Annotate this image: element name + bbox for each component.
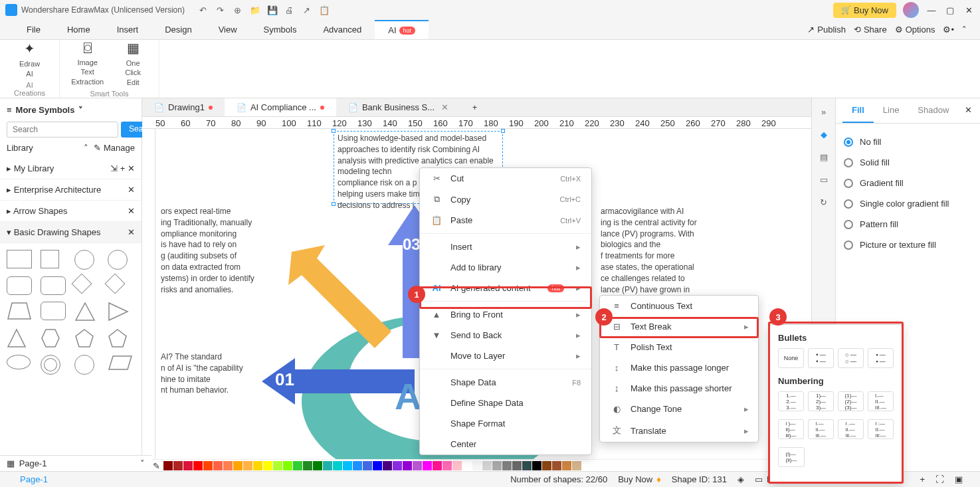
notifications-icon[interactable]: ⚙• xyxy=(943,25,954,35)
fill-nofill[interactable]: No fill xyxy=(844,132,972,152)
color-swatch[interactable] xyxy=(203,461,213,470)
color-swatch[interactable] xyxy=(512,461,522,470)
fill-single-gradient[interactable]: Single color gradient fill xyxy=(844,193,972,214)
color-swatch[interactable] xyxy=(462,461,472,470)
library-label[interactable]: Library xyxy=(7,143,33,153)
more-symbols-header[interactable]: ≡ More Symbols ˅ xyxy=(0,98,142,122)
circle-shape[interactable] xyxy=(74,250,94,270)
export-icon[interactable]: ↗ xyxy=(302,5,312,15)
color-swatch[interactable] xyxy=(403,461,412,470)
present-rail-icon[interactable]: ▭ xyxy=(817,173,831,186)
sub-polish-text[interactable]: TPolish Text xyxy=(600,337,759,357)
color-swatch[interactable] xyxy=(263,461,272,470)
circle-shape[interactable] xyxy=(108,250,128,270)
fill-solid[interactable]: Solid fill xyxy=(844,152,972,173)
color-swatch[interactable] xyxy=(273,461,282,470)
trapezoid-shape[interactable] xyxy=(7,302,32,320)
color-swatch[interactable] xyxy=(363,461,372,470)
footer-page-label[interactable]: Page-1 xyxy=(19,458,47,468)
ctx-define-shape-data[interactable]: Define Shape Data xyxy=(420,393,591,413)
ctx-shape-data[interactable]: Shape DataF8 xyxy=(420,372,591,393)
color-swatch[interactable] xyxy=(552,461,561,470)
pentagon-shape[interactable] xyxy=(74,328,94,348)
menu-advanced[interactable]: Advanced xyxy=(310,20,375,39)
new-icon[interactable]: ⊕ xyxy=(233,5,243,15)
triangle-shape[interactable] xyxy=(7,328,27,348)
expand-rail-icon[interactable]: » xyxy=(817,105,831,118)
menu-view[interactable]: View xyxy=(205,20,250,39)
menu-design[interactable]: Design xyxy=(151,20,205,39)
tab-bank-business[interactable]: 📄 Bank Business S... ✕ xyxy=(336,98,460,116)
color-swatch[interactable] xyxy=(183,461,193,470)
triangle-shape[interactable] xyxy=(108,302,129,322)
close-icon[interactable]: ✕ xyxy=(128,227,135,237)
color-swatch[interactable] xyxy=(433,461,442,470)
ctx-move-layer[interactable]: Move to Layer▸ xyxy=(420,345,591,366)
ellipse-shape[interactable] xyxy=(7,355,31,369)
tab-ai-compliance[interactable]: 📄 AI Compliance ... xyxy=(225,98,336,116)
color-swatch[interactable] xyxy=(572,461,581,470)
add-icon[interactable]: + xyxy=(120,163,126,173)
import-icon[interactable]: ⇲ xyxy=(110,163,118,173)
search-input[interactable] xyxy=(7,122,118,138)
color-swatch[interactable] xyxy=(423,461,432,470)
edraw-ai-icon[interactable]: ✦ xyxy=(24,41,35,56)
publish-link[interactable]: ↗ Publish xyxy=(807,25,846,35)
text-left2[interactable]: AI? The standard n of AI is "the capabil… xyxy=(161,351,267,396)
status-page[interactable]: Page-1 xyxy=(20,474,48,484)
save-icon[interactable]: 💾 xyxy=(267,5,278,15)
rounded-rect-shape[interactable] xyxy=(41,276,66,295)
props-tab-fill[interactable]: Fill xyxy=(842,98,874,123)
rounded-rect-shape[interactable] xyxy=(7,276,32,295)
paste-icon[interactable]: 📋 xyxy=(319,5,330,15)
props-close-icon[interactable]: ✕ xyxy=(958,98,979,123)
parallelogram-shape[interactable] xyxy=(108,355,133,371)
ctx-copy[interactable]: ⧉CopyCtrl+C xyxy=(420,189,591,210)
color-swatch[interactable] xyxy=(393,461,402,470)
layers-icon[interactable]: ◈ xyxy=(737,474,744,484)
arrow-shapes-section[interactable]: ▸ Arrow Shapes ✕ xyxy=(0,201,142,222)
color-swatch[interactable] xyxy=(173,461,183,470)
ctx-center[interactable]: Center xyxy=(420,434,591,454)
buy-now-button[interactable]: 🛒 Buy Now xyxy=(833,3,896,18)
color-swatch[interactable] xyxy=(482,461,492,470)
fill-rail-icon[interactable]: ◆ xyxy=(817,128,831,141)
color-swatch[interactable] xyxy=(283,461,292,470)
sub-change-tone[interactable]: ◐Change Tone▸ xyxy=(600,399,759,419)
rounded-rect-shape[interactable] xyxy=(41,302,66,320)
menu-file[interactable]: File xyxy=(13,20,54,39)
color-swatch[interactable] xyxy=(542,461,551,470)
collapse-icon[interactable]: ˄ xyxy=(84,143,88,153)
open-icon[interactable]: 📁 xyxy=(250,5,260,15)
fill-gradient[interactable]: Gradient fill xyxy=(844,173,972,193)
triangle-shape[interactable] xyxy=(74,302,96,322)
color-swatch[interactable] xyxy=(353,461,362,470)
pages-icon[interactable]: ▦ xyxy=(7,458,15,468)
basic-shapes-section[interactable]: ▾ Basic Drawing Shapes ✕ xyxy=(0,222,142,243)
add-page-icon[interactable]: + xyxy=(920,474,925,484)
color-swatch[interactable] xyxy=(323,461,332,470)
color-swatch[interactable] xyxy=(562,461,571,470)
menu-home[interactable]: Home xyxy=(54,20,104,39)
menu-insert[interactable]: Insert xyxy=(104,20,152,39)
tab-drawing1[interactable]: 📄 Drawing1 xyxy=(142,98,225,116)
ctx-add-library[interactable]: Add to library▸ xyxy=(420,257,591,278)
rect-shape[interactable] xyxy=(7,250,32,268)
color-swatch[interactable] xyxy=(223,461,233,470)
close-icon[interactable]: ✕ xyxy=(128,185,135,195)
resize-handle[interactable] xyxy=(501,129,505,133)
user-avatar[interactable] xyxy=(903,2,919,18)
color-swatch[interactable] xyxy=(383,461,392,470)
ctx-cut[interactable]: ✂CutCtrl+X xyxy=(420,168,591,189)
color-swatch[interactable] xyxy=(193,461,203,470)
image-text-extraction-button[interactable]: ⌼ Image Text Extraction xyxy=(70,40,104,87)
share-link[interactable]: ⟲ Share xyxy=(854,25,887,35)
color-swatch[interactable] xyxy=(492,461,502,470)
color-swatch[interactable] xyxy=(442,461,452,470)
sub-translate[interactable]: 文Translate▸ xyxy=(600,419,759,442)
resize-handle[interactable] xyxy=(332,129,336,133)
close-button[interactable]: ✕ xyxy=(963,4,975,16)
sub-continuous-text[interactable]: ≡Continuous Text xyxy=(600,296,759,316)
pentagon-shape[interactable] xyxy=(108,328,128,348)
hexagon-shape[interactable] xyxy=(41,328,60,348)
